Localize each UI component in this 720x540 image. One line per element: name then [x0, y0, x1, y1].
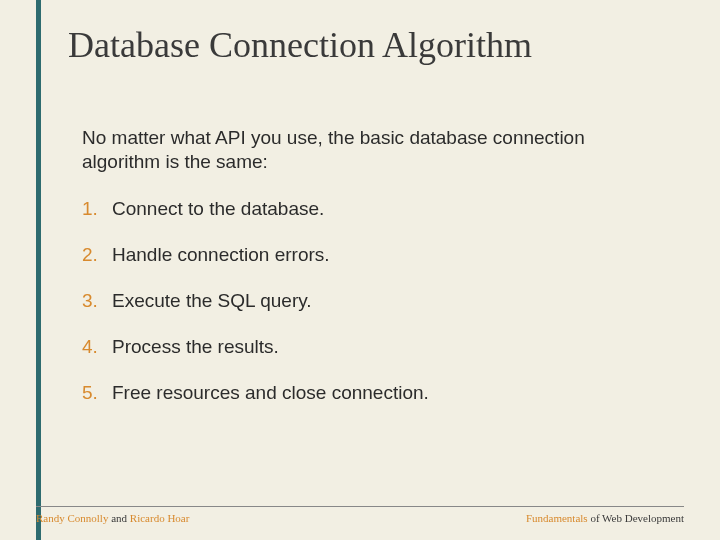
step-text: Free resources and close connection.	[112, 382, 429, 404]
footer-text: Fundamentals	[526, 512, 588, 524]
author-name: Randy Connolly	[36, 512, 108, 524]
intro-text: No matter what API you use, the basic da…	[68, 126, 660, 174]
steps-list: 1. Connect to the database. 2. Handle co…	[68, 198, 660, 404]
step-number: 2.	[82, 244, 112, 266]
list-item: 2. Handle connection errors.	[82, 244, 660, 266]
slide-title: Database Connection Algorithm	[68, 20, 660, 66]
step-text: Process the results.	[112, 336, 279, 358]
list-item: 4. Process the results.	[82, 336, 660, 358]
slide-content: Database Connection Algorithm No matter …	[0, 0, 720, 448]
list-item: 5. Free resources and close connection.	[82, 382, 660, 404]
step-number: 3.	[82, 290, 112, 312]
list-item: 3. Execute the SQL query.	[82, 290, 660, 312]
step-text: Execute the SQL query.	[112, 290, 312, 312]
list-item: 1. Connect to the database.	[82, 198, 660, 220]
footer-text: and	[108, 512, 129, 524]
step-number: 4.	[82, 336, 112, 358]
footer: Randy Connolly and Ricardo Hoar Fundamen…	[36, 506, 684, 524]
footer-text: of Web Development	[588, 512, 684, 524]
step-text: Handle connection errors.	[112, 244, 330, 266]
footer-authors: Randy Connolly and Ricardo Hoar	[36, 512, 189, 524]
step-text: Connect to the database.	[112, 198, 324, 220]
step-number: 1.	[82, 198, 112, 220]
step-number: 5.	[82, 382, 112, 404]
accent-bar	[36, 0, 41, 540]
footer-book-title: Fundamentals of Web Development	[526, 512, 684, 524]
author-name: Ricardo Hoar	[130, 512, 190, 524]
